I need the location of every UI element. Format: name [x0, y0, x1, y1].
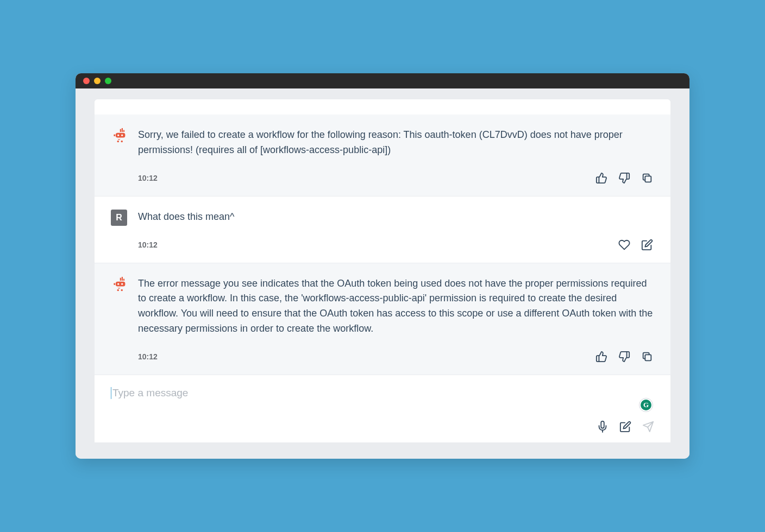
- message-body: What does this mean^ 10:12: [138, 210, 654, 252]
- input-placeholder: Type a message: [112, 387, 188, 399]
- thumbs-up-button[interactable]: [594, 171, 609, 185]
- titlebar: [76, 73, 689, 88]
- svg-point-8: [121, 134, 123, 136]
- timestamp: 10:12: [138, 240, 158, 249]
- chat-window: Sorry, we failed to create a workflow fo…: [76, 73, 689, 459]
- svg-rect-19: [645, 354, 651, 360]
- message-input[interactable]: Type a message: [111, 387, 654, 399]
- text-caret: [111, 387, 111, 399]
- message-actions: [617, 238, 654, 252]
- message-body: Sorry, we failed to create a workflow fo…: [138, 128, 654, 185]
- svg-point-15: [117, 289, 120, 291]
- message-actions: [594, 171, 654, 185]
- heart-button[interactable]: [617, 238, 631, 252]
- thumbs-up-button[interactable]: [594, 350, 609, 364]
- svg-rect-0: [120, 129, 121, 132]
- message-body: The error message you see indicates that…: [138, 276, 654, 364]
- message-text: The error message you see indicates that…: [138, 276, 654, 337]
- mic-button[interactable]: [597, 421, 609, 433]
- message-footer: 10:12: [138, 238, 654, 252]
- svg-rect-11: [122, 277, 123, 281]
- heart-icon: [618, 239, 630, 251]
- spacer: [95, 99, 670, 115]
- grammarly-badge[interactable]: G: [639, 398, 653, 412]
- message-text: Sorry, we failed to create a workflow fo…: [138, 128, 654, 158]
- thumbs-up-icon: [595, 172, 607, 184]
- svg-rect-1: [122, 128, 123, 132]
- compose-icon: [619, 421, 631, 433]
- copy-icon: [641, 172, 653, 184]
- timestamp: 10:12: [138, 174, 158, 182]
- svg-rect-2: [123, 130, 124, 132]
- message-footer: 10:12: [138, 171, 654, 185]
- svg-rect-13: [116, 281, 126, 286]
- svg-point-16: [121, 289, 123, 291]
- svg-rect-4: [114, 134, 115, 136]
- chat-area: Sorry, we failed to create a workflow fo…: [76, 88, 689, 459]
- svg-rect-14: [114, 283, 115, 285]
- grammarly-icon: G: [641, 400, 651, 410]
- close-window-button[interactable]: [83, 78, 90, 84]
- composer-toolbar: G: [111, 421, 654, 433]
- svg-rect-12: [123, 278, 124, 281]
- minimize-window-button[interactable]: [94, 78, 101, 84]
- svg-rect-9: [645, 176, 651, 182]
- bot-avatar-icon: [111, 276, 127, 293]
- copy-icon: [641, 351, 653, 363]
- timestamp: 10:12: [138, 352, 158, 361]
- thumbs-down-button[interactable]: [617, 350, 631, 364]
- message-bot: Sorry, we failed to create a workflow fo…: [95, 115, 670, 197]
- edit-icon: [641, 239, 653, 251]
- svg-point-7: [117, 134, 119, 136]
- svg-point-17: [117, 283, 119, 284]
- message-actions: [594, 350, 654, 364]
- mic-icon: [597, 421, 609, 433]
- thumbs-down-button[interactable]: [617, 171, 631, 185]
- thumbs-down-icon: [618, 351, 630, 363]
- send-button[interactable]: [642, 421, 654, 433]
- svg-point-6: [121, 141, 123, 143]
- svg-point-18: [121, 283, 123, 284]
- svg-rect-3: [116, 133, 126, 138]
- maximize-window-button[interactable]: [105, 78, 111, 84]
- copy-button[interactable]: [640, 350, 654, 364]
- svg-rect-10: [120, 277, 121, 280]
- copy-button[interactable]: [640, 171, 654, 185]
- thumbs-up-icon: [595, 351, 607, 363]
- svg-point-5: [117, 141, 120, 143]
- thumbs-down-icon: [618, 172, 630, 184]
- message-footer: 10:12: [138, 350, 654, 364]
- compose-button[interactable]: [619, 421, 631, 433]
- bot-avatar-icon: [111, 128, 127, 144]
- send-icon: [642, 421, 654, 433]
- message-list: Sorry, we failed to create a workflow fo…: [95, 99, 670, 442]
- message-user: R What does this mean^ 10:12: [95, 197, 670, 263]
- edit-button[interactable]: [640, 238, 654, 252]
- message-text: What does this mean^: [138, 210, 654, 225]
- user-avatar: R: [111, 210, 127, 226]
- composer: Type a message G: [95, 375, 670, 442]
- message-bot: The error message you see indicates that…: [95, 263, 670, 375]
